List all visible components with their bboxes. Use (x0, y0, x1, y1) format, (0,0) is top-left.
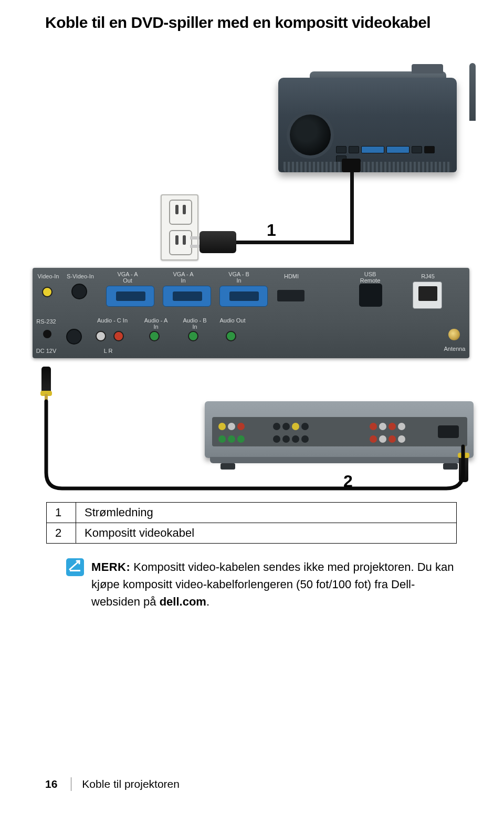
power-cord-connector (342, 159, 361, 172)
legend-text-1: Strømledning (76, 503, 457, 523)
label-vga-a-out: VGA - A Out (110, 271, 145, 284)
power-cord-vertical (350, 169, 354, 244)
note-icon (66, 558, 84, 576)
label-rj45: RJ45 (411, 273, 445, 279)
power-cord-horizontal (236, 241, 354, 244)
legend-row-1: 1 Strømledning (47, 503, 457, 523)
note-text: MERK: Kompositt video-kabelen sendes ikk… (91, 558, 459, 610)
label-usb-remote: USB Remote (353, 271, 387, 284)
wall-outlet (161, 194, 198, 260)
label-svideo-in: S-Video-In (63, 273, 98, 279)
label-antenna: Antenna (440, 346, 469, 352)
label-hdmi: HDMI (274, 273, 309, 279)
page-footer: 16 Koble til projektoren (45, 777, 180, 791)
legend-table: 1 Strømledning 2 Kompositt videokabel (46, 502, 457, 544)
label-vga-a-in: VGA - A In (166, 271, 201, 284)
legend-row-2: 2 Kompositt videokabel (47, 523, 457, 544)
note-period: . (206, 595, 209, 608)
note-body: Kompositt video-kabelen sendes ikke med … (91, 560, 454, 608)
legend-text-2: Kompositt videokabel (76, 523, 457, 544)
composite-cable (32, 352, 471, 494)
legend-num-2: 2 (47, 523, 76, 544)
projector-illustration (278, 62, 467, 183)
footer-separator (71, 777, 71, 791)
label-audio-b-in: Audio - B In (177, 317, 212, 330)
label-audio-a-in: Audio - A In (139, 317, 173, 330)
connection-diagram: 1 Video-In S-Video-In VGA - A Out VGA - … (0, 32, 504, 488)
page-number: 16 (45, 778, 57, 790)
legend-num-1: 1 (47, 503, 76, 523)
note-dellcom: dell.com (160, 595, 206, 608)
power-plug (200, 231, 236, 253)
page-title: Koble til en DVD-spiller med en komposit… (0, 0, 504, 32)
label-video-in: Video-In (34, 273, 63, 279)
footer-section: Koble til projektoren (82, 778, 180, 790)
note: MERK: Kompositt video-kabelen sendes ikk… (66, 558, 459, 610)
note-prefix: MERK: (91, 560, 130, 574)
projector-back-panel: Video-In S-Video-In VGA - A Out VGA - A … (33, 268, 469, 358)
label-audio-out: Audio Out (215, 317, 250, 324)
label-rs232: RS-232 (34, 318, 59, 325)
label-audio-c-in: Audio - C In (90, 317, 134, 324)
callout-2: 2 (343, 472, 353, 491)
label-vga-b-in: VGA - B In (222, 271, 256, 284)
callout-1: 1 (267, 221, 276, 240)
